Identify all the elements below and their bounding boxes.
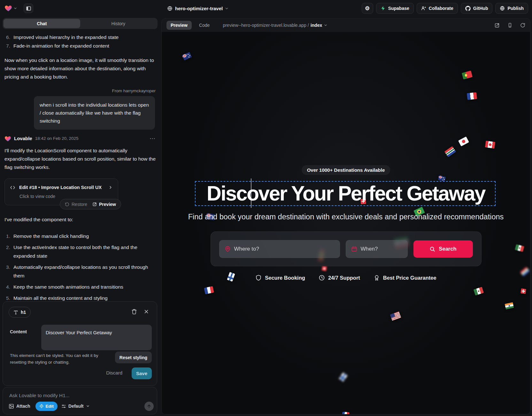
save-button[interactable]: Save <box>132 367 152 379</box>
sidebar-tabs: Chat History <box>3 18 158 29</box>
mexico-flag-icon <box>474 287 484 296</box>
gear-icon: ⚙ <box>365 5 370 12</box>
list-item: 4.Keep the same smooth animations and tr… <box>4 283 156 291</box>
github-button[interactable]: GitHub <box>461 3 493 14</box>
when-placeholder: When? <box>361 246 378 252</box>
send-button[interactable] <box>144 402 154 411</box>
sidebar-toggle-button[interactable] <box>24 4 33 13</box>
workspace-chevron-down-icon[interactable] <box>13 6 17 10</box>
australia-flag-icon <box>182 52 192 60</box>
project-switcher[interactable]: hero-optimizer-travel <box>167 0 229 17</box>
globe-icon <box>167 6 173 11</box>
message-timestamp: 18:42 on Feb 20, 2025 <box>35 134 79 143</box>
india-flag-icon <box>505 302 514 309</box>
restore-button[interactable]: Restore <box>65 200 87 208</box>
mexico-flag-icon <box>515 244 524 252</box>
shield-icon <box>255 275 262 281</box>
collaborate-button[interactable]: Collaborate <box>417 3 458 14</box>
canada-flag-icon <box>485 141 496 149</box>
hero-title[interactable]: Discover Your Perfect Getaway <box>162 182 530 205</box>
when-input[interactable]: When? <box>346 240 408 258</box>
where-to-input[interactable]: Where to? <box>219 240 340 258</box>
list-item: 5.Maintain all the existing content and … <box>4 294 156 301</box>
new-zealand-flag-icon <box>438 175 446 181</box>
lovable-heart-icon <box>4 135 11 142</box>
preview-url[interactable]: preview--hero-optimizer-travel.lovable.a… <box>223 23 328 28</box>
chat-sidebar: Chat History 6.Improved visual hierarchy… <box>0 17 161 416</box>
edit-card-title: Edit #18 • Improve Location Scroll UX <box>19 183 102 192</box>
edit-mode-button[interactable]: Edit <box>35 402 58 411</box>
typography-icon <box>13 310 18 315</box>
mobile-view-button[interactable] <box>507 23 513 28</box>
panel-left-icon <box>26 6 31 11</box>
target-icon <box>39 404 44 408</box>
from-user-label: From harrymckayroper <box>4 88 156 94</box>
list-item: 1.Remove the manual click handling <box>4 232 156 240</box>
france-flag-icon <box>204 286 214 294</box>
chevron-down-icon <box>86 404 90 408</box>
user-message-bubble: when i scroll into the individual locati… <box>34 96 155 130</box>
preview-page: Over 1000+ Destinations Available Discov… <box>162 32 530 414</box>
portugal-flag-icon <box>462 71 473 79</box>
code-icon <box>10 185 15 190</box>
publish-button[interactable]: Publish <box>495 3 528 14</box>
sliders-icon <box>61 404 66 409</box>
tab-chat[interactable]: Chat <box>4 19 80 28</box>
url-page: index <box>311 23 322 28</box>
content-textarea[interactable]: Discover Your Perfect Getaway <box>41 325 152 350</box>
close-editor-button[interactable] <box>143 309 149 314</box>
content-label: Content <box>10 329 27 334</box>
calendar-icon <box>351 246 357 252</box>
trust-badges: Secure Booking 24/7 Support Best Price G… <box>162 275 530 281</box>
edit-card-subtitle: Click to view code <box>19 193 113 199</box>
attach-button[interactable]: Attach <box>7 404 32 409</box>
users-icon <box>421 6 426 11</box>
preview-panel: Preview Code preview--hero-optimizer-tra… <box>161 18 530 414</box>
tab-history[interactable]: History <box>80 19 157 28</box>
reset-styling-button[interactable]: Reset styling <box>115 352 152 363</box>
chat-messages[interactable]: 6.Improved visual hierarchy in the expan… <box>0 30 161 301</box>
element-tag-label: h1 <box>21 310 26 315</box>
trust-item-support: 24/7 Support <box>319 275 360 281</box>
tab-preview[interactable]: Preview <box>166 21 192 30</box>
where-to-placeholder: Where to? <box>234 246 259 252</box>
external-link-icon <box>92 202 97 207</box>
assistant-paragraph: I'll modify the LocationScroll component… <box>4 147 156 171</box>
france-flag-icon <box>342 412 350 414</box>
restore-icon <box>65 202 69 207</box>
supabase-button[interactable]: Supabase <box>376 3 414 14</box>
tab-code[interactable]: Code <box>195 21 214 30</box>
switzerland-flag-icon <box>321 266 327 271</box>
list-item: 3.Automatically expand/collapse location… <box>4 263 156 280</box>
japan-flag-icon <box>458 137 469 147</box>
image-icon <box>9 404 14 409</box>
element-tag-pill: h1 <box>9 307 31 318</box>
model-default-button[interactable]: Default <box>61 404 89 409</box>
search-card: Where to? When? Search <box>211 231 482 266</box>
settings-button[interactable]: ⚙ <box>362 3 373 14</box>
github-icon <box>465 6 471 11</box>
chat-prompt-input[interactable] <box>9 392 151 399</box>
message-more-button[interactable]: ⋯ <box>150 137 156 140</box>
search-icon <box>429 246 435 252</box>
restore-preview-pill: Restore Preview <box>60 199 121 209</box>
chat-input-card: Attach Edit Default <box>3 387 157 414</box>
delete-element-button[interactable] <box>131 309 137 314</box>
search-button[interactable]: Search <box>413 240 473 258</box>
clock-icon <box>319 275 325 281</box>
project-name: hero-optimizer-travel <box>175 6 223 11</box>
list-item: 6.Improved visual hierarchy in the expan… <box>4 33 156 42</box>
arrow-up-icon <box>147 404 151 409</box>
refresh-button[interactable] <box>520 23 525 28</box>
chevron-down-icon <box>324 23 328 27</box>
assistant-paragraph: I've modified the component to: <box>4 216 156 224</box>
publish-globe-icon <box>500 6 505 11</box>
discard-button[interactable]: Discard <box>106 370 122 375</box>
lovable-heart-logo-icon[interactable] <box>4 4 12 12</box>
award-icon <box>374 275 380 281</box>
preview-version-button[interactable]: Preview <box>92 200 116 208</box>
south-africa-flag-icon <box>444 146 456 157</box>
usa-flag-icon <box>390 311 401 321</box>
open-in-new-tab-button[interactable] <box>494 23 500 28</box>
list-item: 7.Fade-in animation for the expanded con… <box>4 42 156 50</box>
